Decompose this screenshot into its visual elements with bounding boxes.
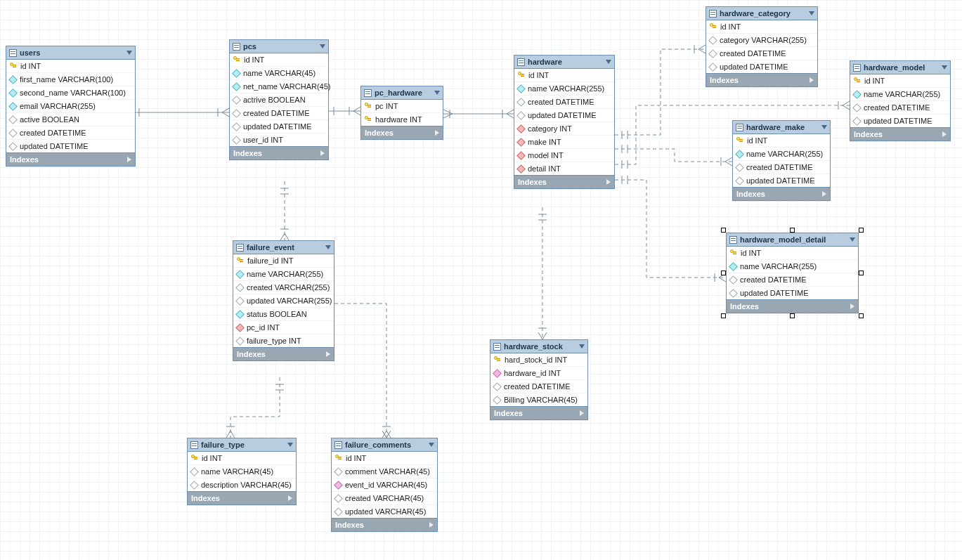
column-row[interactable]: created DATETIME [6,126,135,140]
column-row[interactable]: second_name VARCHAR(100) [6,86,135,100]
column-row[interactable]: hard_stock_id INT [490,353,587,367]
column-row[interactable]: net_name VARCHAR(45) [230,80,328,93]
column-row[interactable]: created DATETIME [706,47,817,60]
collapse-icon[interactable] [287,443,293,447]
column-row[interactable]: updated DATETIME [514,109,614,122]
indexes-section[interactable]: Indexes [230,146,328,159]
table-hardware-category[interactable]: hardware_categoryid INTcategory VARCHAR(… [706,6,818,87]
table-users[interactable]: usersid INTfirst_name VARCHAR(100)second… [6,46,136,167]
table-header[interactable]: hardware_model_detail [727,233,858,247]
collapse-icon[interactable] [850,237,855,242]
column-row[interactable]: created DATETIME [490,380,587,393]
table-hardware-stock[interactable]: hardware_stockhard_stock_id INThardware_… [490,339,588,420]
table-header[interactable]: hardware [514,56,614,69]
column-row[interactable]: id INT [733,134,830,148]
table-header[interactable]: hardware_make [733,121,830,134]
column-row[interactable]: created VARCHAR(45) [332,492,437,505]
column-row[interactable]: updated DATETIME [230,120,328,134]
column-row[interactable]: failure_type INT [233,334,334,347]
table-header[interactable]: hardware_category [706,7,817,20]
column-row[interactable]: name VARCHAR(45) [230,67,328,80]
column-row[interactable]: email VARCHAR(255) [6,100,135,113]
table-hardware-make[interactable]: hardware_makeid INTname VARCHAR(255)crea… [732,120,831,201]
collapse-icon[interactable] [429,443,434,447]
column-row[interactable]: updated DATETIME [6,140,135,152]
table-hardware[interactable]: hardwareid INTname VARCHAR(255)created D… [514,55,615,189]
column-row[interactable]: updated DATETIME [733,174,830,187]
indexes-section[interactable]: Indexes [233,347,334,360]
column-row[interactable]: created DATETIME [850,101,950,115]
column-row[interactable]: failure_id INT [233,254,334,268]
table-pcs[interactable]: pcsid INTname VARCHAR(45)net_name VARCHA… [229,39,329,160]
column-row[interactable]: id INT [6,60,135,73]
table-header[interactable]: hardware_model [850,61,950,74]
table-hardware-model-detail[interactable]: hardware_model_detailid INTname VARCHAR(… [726,233,859,313]
column-row[interactable]: id INT [230,53,328,67]
column-row[interactable]: comment VARCHAR(45) [332,465,437,478]
column-row[interactable]: created DATETIME [514,96,614,109]
table-header[interactable]: failure_event [233,241,334,254]
indexes-section[interactable]: Indexes [332,518,437,531]
column-row[interactable]: name VARCHAR(255) [514,82,614,96]
column-row[interactable]: description VARCHAR(45) [188,478,296,491]
column-row[interactable]: make INT [514,136,614,149]
column-row[interactable]: id INT [332,452,437,465]
column-row[interactable]: created DATETIME [733,161,830,174]
collapse-icon[interactable] [579,344,585,349]
table-failure-type[interactable]: failure_typeid INTname VARCHAR(45)descri… [187,438,297,505]
collapse-icon[interactable] [434,91,440,95]
column-row[interactable]: id INT [727,247,858,260]
column-row[interactable]: updated VARCHAR(45) [332,505,437,518]
indexes-section[interactable]: Indexes [514,175,614,188]
column-row[interactable]: updated DATETIME [706,60,817,73]
column-row[interactable]: active BOOLEAN [6,113,135,126]
column-row[interactable]: category INT [514,122,614,136]
table-hardware-model[interactable]: hardware_modelid INTname VARCHAR(255)cre… [850,60,951,141]
column-row[interactable]: user_id INT [230,134,328,146]
column-row[interactable]: event_id VARCHAR(45) [332,478,437,492]
indexes-section[interactable]: Indexes [850,127,950,141]
column-row[interactable]: updated DATETIME [850,115,950,127]
table-pc-hardware[interactable]: pc_hardwarepc INThardware INTIndexes [360,86,443,140]
collapse-icon[interactable] [821,125,827,129]
column-row[interactable]: id INT [188,452,296,465]
column-row[interactable]: created VARCHAR(255) [233,281,334,294]
column-row[interactable]: id INT [850,74,950,88]
column-row[interactable]: pc_id INT [233,321,334,334]
column-row[interactable]: name VARCHAR(255) [733,148,830,161]
column-row[interactable]: Billing VARCHAR(45) [490,393,587,406]
column-row[interactable]: detail INT [514,162,614,175]
column-row[interactable]: updated DATETIME [727,287,858,299]
column-row[interactable]: created DATETIME [230,107,328,120]
indexes-section[interactable]: Indexes [727,299,858,313]
table-header[interactable]: hardware_stock [490,340,587,353]
table-failure-comments[interactable]: failure_commentsid INTcomment VARCHAR(45… [331,438,438,532]
column-row[interactable]: name VARCHAR(255) [850,88,950,101]
column-row[interactable]: model INT [514,149,614,162]
collapse-icon[interactable] [606,60,611,64]
column-row[interactable]: id INT [706,20,817,34]
column-row[interactable]: id INT [514,69,614,82]
collapse-icon[interactable] [325,245,331,249]
indexes-section[interactable]: Indexes [6,152,135,166]
collapse-icon[interactable] [942,65,947,70]
collapse-icon[interactable] [126,51,132,55]
column-row[interactable]: name VARCHAR(255) [727,260,858,273]
column-row[interactable]: status BOOLEAN [233,308,334,321]
column-row[interactable]: hardware_id INT [490,367,587,380]
column-row[interactable]: pc INT [361,100,443,113]
indexes-section[interactable]: Indexes [733,187,830,200]
column-row[interactable]: first_name VARCHAR(100) [6,73,135,86]
table-header[interactable]: failure_comments [332,438,437,452]
column-row[interactable]: category VARCHAR(255) [706,34,817,47]
indexes-section[interactable]: Indexes [490,406,587,419]
indexes-section[interactable]: Indexes [361,126,443,139]
collapse-icon[interactable] [320,44,325,48]
table-header[interactable]: users [6,46,135,60]
table-failure-event[interactable]: failure_eventfailure_id INTname VARCHAR(… [233,240,334,361]
column-row[interactable]: updated VARCHAR(255) [233,294,334,308]
column-row[interactable]: name VARCHAR(45) [188,465,296,478]
table-header[interactable]: pcs [230,40,328,53]
indexes-section[interactable]: Indexes [706,73,817,86]
column-row[interactable]: created DATETIME [727,273,858,287]
